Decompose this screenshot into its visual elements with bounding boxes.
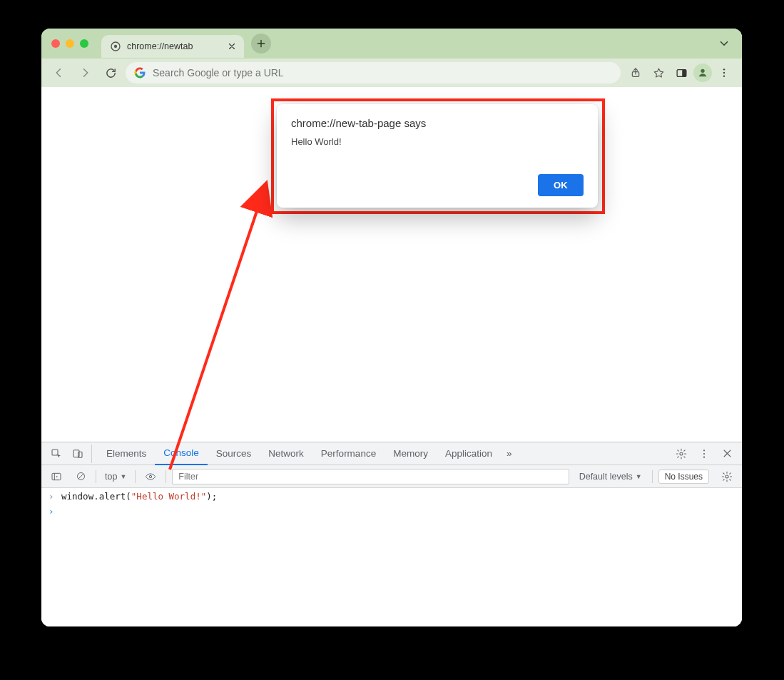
console-settings-icon[interactable] [718, 467, 736, 486]
window-zoom-button[interactable] [80, 39, 88, 48]
code-token-string: "Hello World!" [131, 491, 206, 502]
window-close-button[interactable] [51, 39, 60, 48]
code-token-punct: ( [126, 491, 131, 502]
tab-strip: chrome://newtab [41, 29, 742, 59]
live-expression-eye-icon[interactable] [141, 467, 160, 486]
devtools-tab-performance[interactable]: Performance [312, 442, 385, 465]
devtools-tabbar: Elements Console Sources Network Perform… [41, 442, 742, 465]
console-prompt-caret-icon: › [49, 506, 56, 517]
code-token-punct: ); [206, 491, 217, 502]
console-sidebar-toggle-icon[interactable] [47, 467, 66, 486]
window-controls [51, 39, 88, 48]
devtools-tab-console[interactable]: Console [155, 442, 208, 465]
svg-point-20 [726, 475, 728, 478]
console-filter-input[interactable] [172, 469, 569, 484]
svg-point-6 [723, 68, 725, 70]
device-toggle-icon[interactable] [68, 445, 87, 463]
devtools-kebab-icon[interactable] [695, 445, 713, 463]
devtools-close-icon[interactable] [718, 445, 736, 463]
profile-avatar[interactable] [693, 64, 712, 82]
console-output[interactable]: › window.alert("Hello World!"); › [41, 488, 742, 626]
dropdown-triangle-icon: ▼ [120, 473, 126, 480]
svg-point-16 [703, 456, 705, 457]
devtools-console-toolbar: top ▼ Default levels ▼ No Issues [41, 465, 742, 488]
alert-title: chrome://new-tab-page says [291, 117, 584, 129]
side-panel-icon[interactable] [671, 62, 692, 83]
log-levels-label: Default levels [579, 472, 633, 482]
alert-ok-button[interactable]: OK [538, 174, 584, 196]
new-tab-button[interactable] [251, 34, 271, 54]
devtools-tab-network[interactable]: Network [260, 442, 312, 465]
devtools-tab-sources[interactable]: Sources [208, 442, 260, 465]
tab-close-button[interactable] [227, 41, 237, 51]
console-input-caret-icon: › [49, 491, 56, 502]
dropdown-triangle-icon: ▼ [636, 473, 642, 480]
clear-console-icon[interactable] [71, 467, 90, 486]
js-alert-dialog: chrome://new-tab-page says Hello World! … [277, 104, 598, 208]
svg-point-13 [680, 452, 683, 455]
browser-window: chrome://newtab [41, 29, 742, 626]
svg-point-5 [701, 69, 704, 73]
svg-rect-10 [52, 450, 58, 455]
svg-point-7 [723, 72, 725, 73]
console-prompt[interactable]: › [41, 503, 742, 518]
tab-title: chrome://newtab [127, 41, 221, 51]
chrome-favicon-icon [110, 41, 121, 52]
inspect-element-icon[interactable] [47, 445, 66, 463]
svg-point-8 [723, 75, 725, 76]
issues-pill[interactable]: No Issues [658, 470, 709, 484]
devtools-tab-application[interactable]: Application [437, 442, 501, 465]
omnibox-input[interactable] [153, 67, 612, 78]
back-button[interactable] [49, 62, 70, 83]
google-g-icon [134, 67, 146, 78]
devtools-tab-memory[interactable]: Memory [385, 442, 437, 465]
window-minimize-button[interactable] [66, 39, 74, 48]
console-context-label: top [105, 472, 117, 482]
browser-tab[interactable]: chrome://newtab [101, 35, 244, 58]
browser-toolbar [41, 59, 742, 87]
omnibox[interactable] [126, 62, 621, 83]
svg-point-19 [150, 475, 152, 477]
reload-button[interactable] [100, 62, 121, 83]
svg-point-15 [703, 452, 705, 454]
devtools-tab-elements[interactable]: Elements [98, 442, 155, 465]
devtools-tab-more[interactable]: » [501, 442, 518, 465]
forward-button[interactable] [74, 62, 96, 83]
svg-point-14 [703, 450, 705, 451]
devtools-panel: Elements Console Sources Network Perform… [41, 442, 742, 626]
log-levels-select[interactable]: Default levels ▼ [575, 472, 646, 482]
svg-point-1 [114, 45, 117, 48]
console-context-select[interactable]: top ▼ [102, 472, 129, 482]
share-icon[interactable] [625, 62, 646, 83]
tab-list-chevron-icon[interactable] [718, 37, 730, 50]
console-line: › window.alert("Hello World!"); [41, 488, 742, 503]
kebab-menu-icon[interactable] [713, 62, 735, 83]
bookmark-star-icon[interactable] [648, 62, 669, 83]
alert-message: Hello World! [291, 136, 584, 147]
code-token-fn: window.alert [61, 491, 126, 502]
svg-rect-4 [682, 69, 686, 76]
devtools-settings-icon[interactable] [672, 445, 691, 463]
